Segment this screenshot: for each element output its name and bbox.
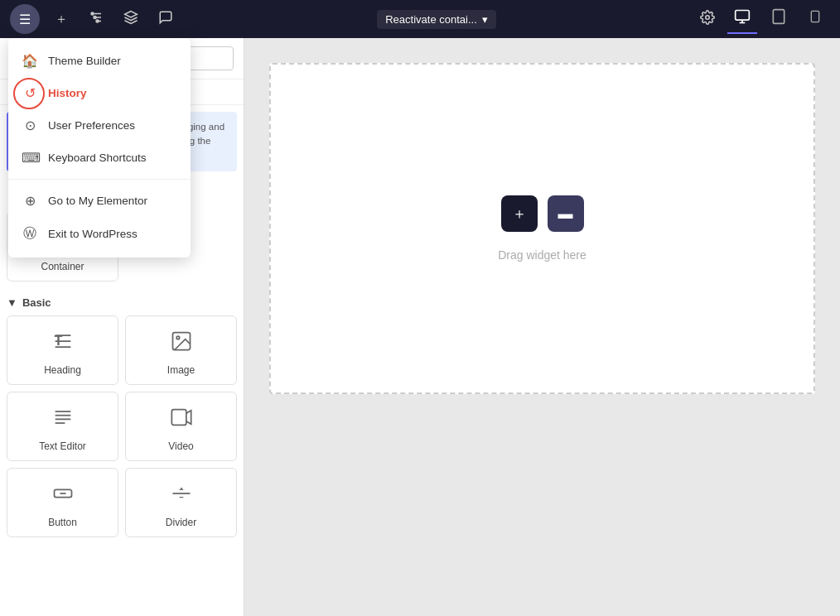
menu-divider (8, 179, 191, 180)
menu-item-theme-builder[interactable]: 🏠 Theme Builder (8, 45, 191, 77)
menu-item-go-elementor-label: Go to My Elementor (48, 195, 147, 207)
menu-item-exit-wordpress[interactable]: Ⓦ Exit to WordPress (8, 217, 191, 251)
hamburger-icon: ☰ (19, 12, 31, 27)
canvas-template-button[interactable]: ▬ (548, 195, 584, 232)
svg-rect-24 (171, 409, 186, 425)
widget-text-editor[interactable]: Text Editor (7, 392, 118, 461)
heading-widget-label: Heading (44, 364, 81, 376)
chevron-down-icon: ▾ (482, 13, 488, 26)
tablet-icon (770, 8, 787, 29)
menu-item-keyboard-shortcuts[interactable]: ⌨ Keyboard Shortcuts (8, 142, 191, 174)
desktop-icon (734, 8, 751, 29)
container-widget-label: Container (41, 261, 84, 272)
dropdown-menu: 🏠 Theme Builder ↺ History ⊙ User Prefere… (8, 38, 191, 257)
basic-arrow-icon: ▼ (7, 296, 17, 309)
basic-section-header[interactable]: ▼ Basic (0, 288, 244, 315)
video-widget-icon (170, 406, 193, 434)
canvas-action-buttons: ＋ ▬ (501, 195, 584, 232)
divider-widget-label: Divider (166, 517, 196, 528)
hamburger-button[interactable]: ☰ (10, 4, 40, 34)
topbar-left: ☰ ＋ (10, 4, 179, 34)
keyboard-icon: ⌨ (22, 150, 38, 166)
video-widget-label: Video (168, 440, 193, 452)
svg-point-7 (706, 16, 710, 20)
history-icon: ↺ (22, 85, 38, 101)
divider-widget-icon (170, 482, 193, 510)
menu-item-history-label: History (48, 87, 87, 99)
gear-icon (700, 10, 715, 28)
menu-item-history[interactable]: ↺ History (8, 77, 191, 109)
elementor-icon: ⊕ (22, 193, 38, 209)
widget-button[interactable]: Button (7, 468, 118, 537)
wordpress-icon: Ⓦ (22, 225, 38, 243)
menu-item-exit-wordpress-label: Exit to WordPress (48, 228, 138, 240)
canvas-area: ＋ ▬ Drag widget here (244, 38, 840, 616)
desktop-view-button[interactable] (727, 4, 757, 34)
layers-icon (123, 10, 138, 28)
comment-icon (158, 10, 173, 28)
canvas-add-button[interactable]: ＋ (501, 195, 538, 232)
comments-button[interactable] (152, 6, 179, 32)
svg-rect-11 (773, 9, 784, 23)
menu-item-go-elementor[interactable]: ⊕ Go to My Elementor (8, 185, 191, 217)
svg-text:T: T (54, 332, 62, 347)
text-editor-widget-icon (51, 406, 75, 434)
widget-image[interactable]: Image (125, 315, 237, 385)
canvas-drop-zone[interactable]: ＋ ▬ Drag widget here (269, 63, 815, 394)
settings-button[interactable] (694, 6, 721, 32)
plus-circle-icon: ＋ (512, 204, 527, 224)
text-editor-widget-label: Text Editor (39, 440, 86, 452)
widget-divider[interactable]: Divider (125, 468, 237, 537)
heading-widget-icon: T (51, 330, 75, 358)
svg-rect-13 (811, 11, 818, 22)
drag-hint-label: Drag widget here (498, 248, 587, 262)
button-widget-icon (51, 482, 75, 510)
topbar: ☰ ＋ (0, 0, 840, 38)
user-prefs-icon: ⊙ (22, 118, 38, 133)
basic-section-label: Basic (22, 296, 51, 309)
topbar-center: Reactivate contai... ▾ (179, 10, 694, 29)
tablet-view-button[interactable] (764, 4, 794, 34)
topbar-right (694, 4, 830, 34)
container-name: Reactivate contai... (385, 13, 477, 26)
svg-marker-6 (125, 12, 138, 18)
mobile-view-button[interactable] (800, 4, 830, 34)
svg-rect-8 (736, 10, 750, 20)
container-label-button[interactable]: Reactivate contai... ▾ (377, 10, 496, 29)
theme-builder-icon: 🏠 (22, 53, 38, 69)
mobile-icon (809, 8, 822, 29)
folder-icon: ▬ (558, 205, 573, 223)
add-element-button[interactable]: ＋ (48, 6, 75, 32)
filter-button[interactable] (83, 6, 109, 32)
menu-item-user-preferences-label: User Preferences (48, 119, 135, 132)
menu-item-keyboard-shortcuts-label: Keyboard Shortcuts (48, 152, 147, 164)
svg-point-19 (176, 336, 180, 339)
widget-video[interactable]: Video (125, 392, 237, 461)
button-widget-label: Button (48, 517, 77, 528)
sliders-icon (89, 10, 104, 28)
widget-heading[interactable]: T Heading (7, 315, 118, 385)
plus-icon: ＋ (55, 11, 68, 28)
image-widget-label: Image (167, 364, 195, 376)
basic-widget-grid: T Heading Image (0, 315, 244, 544)
image-widget-icon (170, 330, 193, 358)
menu-item-theme-builder-label: Theme Builder (48, 55, 121, 67)
layers-button[interactable] (118, 6, 144, 32)
menu-item-user-preferences[interactable]: ⊙ User Preferences (8, 109, 191, 142)
